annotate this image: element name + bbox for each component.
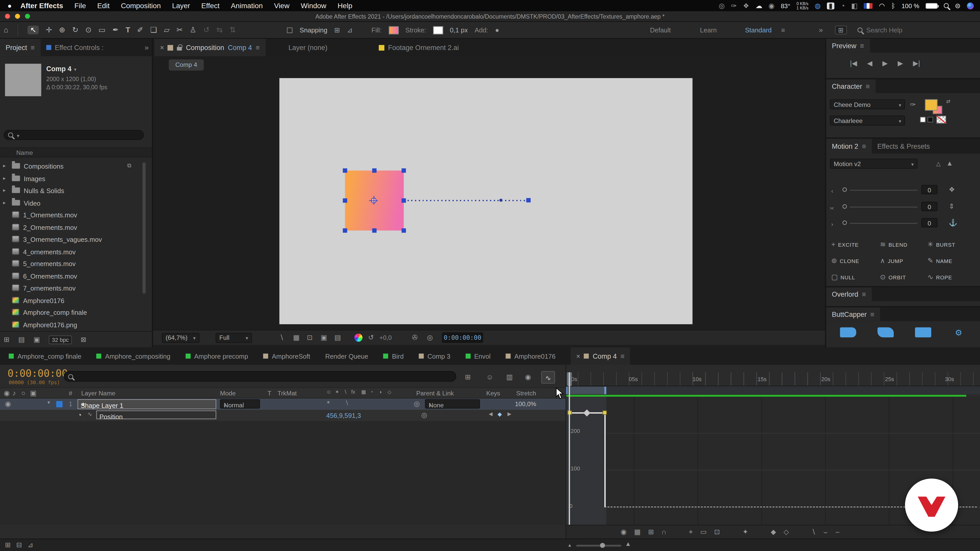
comp-tab-bird[interactable]: Bird [383,348,404,365]
shy-layers-icon[interactable] [486,373,493,380]
blend-mode-dropdown[interactable]: Normal [220,399,260,409]
comp-mini-flowchart-tab[interactable]: Comp 4 [169,59,204,71]
wrench-settings-icon[interactable] [955,329,963,337]
bluetooth-icon[interactable] [891,2,895,9]
comp-tab-amphore-comp-finale[interactable]: Amphore_comp finale [9,348,81,365]
next-keyframe-button[interactable] [508,412,511,417]
home-tool[interactable] [4,26,8,34]
close-tab-icon[interactable] [576,353,580,359]
large-mountain-icon[interactable] [946,160,953,167]
time-ruler[interactable]: 0s 05s 10s 15s 20s 25s 30s [566,372,980,386]
camera-status-icon[interactable] [851,2,858,9]
composition-canvas[interactable] [280,78,693,324]
stroke-width-value[interactable]: 0,1 px [450,26,468,34]
selection-handle[interactable] [401,228,406,233]
stopwatch-icon[interactable] [78,412,82,419]
tab-footage[interactable]: Footage Ornement 2.ai [373,39,465,56]
menu-layer[interactable]: Layer [172,2,190,9]
puppet-pin-tool[interactable] [189,26,196,34]
motion-path-end-handle[interactable] [526,198,531,202]
zoom-tool[interactable] [59,26,65,34]
tab-composition[interactable]: Composition Comp 4 [154,39,266,56]
pen-tool[interactable] [113,26,119,34]
previous-frame-button[interactable] [867,60,873,67]
anchor-point[interactable] [371,198,376,203]
spotlight-search-icon[interactable] [943,3,948,8]
expand-inout-columns-icon[interactable] [5,541,11,548]
input-language-flag-icon[interactable] [864,3,873,8]
keyframe-end[interactable] [603,410,607,415]
add-menu-icon[interactable] [495,27,499,33]
disclosure-icon[interactable]: ▸ [3,163,8,168]
zoom-in-mountain-icon[interactable] [625,541,631,547]
project-item-sequence[interactable]: Amphore0176.png [0,319,141,330]
parent-dropdown[interactable]: None [425,399,480,409]
ease-out-chevron-icon[interactable] [831,222,833,227]
menu-animation[interactable]: Animation [231,2,262,9]
ease-both-chevron-icon[interactable] [830,206,834,211]
layer-name-column-header[interactable]: Layer Name [81,390,115,397]
work-area-track[interactable] [566,387,980,394]
overlord-menu-icon[interactable] [862,291,866,298]
hand-tool[interactable] [46,26,52,34]
text-fill-swatch[interactable] [925,99,937,110]
timeline-empty-area[interactable] [0,421,566,525]
hold-keyframe-icon[interactable] [783,529,789,535]
project-item-sequence[interactable]: Amphore0176 [0,294,141,306]
workspace-learn[interactable]: Learn [700,26,717,34]
current-timecode[interactable]: 0:00:00:00 [7,367,68,380]
stroke-color-swatch[interactable] [433,26,443,34]
rectangle-tool[interactable] [99,26,106,34]
pan-behind-tool[interactable] [85,26,92,34]
index-column-header[interactable]: # [68,390,72,397]
close-tab-icon[interactable] [160,44,164,51]
comp-thumbnail[interactable] [5,64,41,96]
new-comp-icon[interactable] [33,336,40,343]
slider-value[interactable]: 0 [921,218,938,227]
motion-blur-icon[interactable] [525,373,531,380]
stretch-column-header[interactable]: Stretch [516,390,536,397]
temperature-status[interactable]: 83° [781,2,790,9]
previous-keyframe-button[interactable] [489,412,493,417]
position-property-cell[interactable]: Position [96,410,216,419]
playhead-line[interactable] [569,372,570,525]
project-search-field[interactable] [4,130,144,140]
timeline-zoom-handle[interactable] [600,543,605,548]
ease-out-icon[interactable] [835,529,840,535]
orbit-camera-tool[interactable] [203,26,210,34]
project-item-footage[interactable]: 1_Ornements.mov [0,209,141,221]
project-item-sequence[interactable]: Amphore_comp finale [0,306,141,318]
slider-track[interactable] [850,190,918,190]
workspace-bar-icon[interactable] [835,25,847,35]
selection-handle[interactable] [343,198,347,203]
clone-button[interactable]: CLONE [831,257,859,264]
workspace-menu-icon[interactable] [781,27,785,33]
snapshot-camera-icon[interactable] [412,334,418,341]
align-widget-icon[interactable] [949,203,955,210]
mode-column-header[interactable]: Mode [220,390,235,397]
property-graph-icon[interactable] [88,412,92,417]
exposure-value[interactable]: +0,0 [380,334,392,341]
transparency-grid-icon[interactable] [293,334,300,341]
layer-visibility-eye-icon[interactable] [5,400,11,407]
buttcapper-tab[interactable]: ButtCapper [826,307,880,321]
pan-camera-tool[interactable] [216,26,223,34]
slider-knob[interactable] [842,221,847,225]
clock-status-icon[interactable] [841,2,845,9]
bit-depth-button[interactable]: 32 bpc [49,335,72,344]
new-folder-icon[interactable] [18,336,25,343]
trash-icon[interactable] [81,336,86,343]
work-area-bar[interactable] [566,387,606,394]
quality-switch[interactable] [345,400,348,406]
anchor-widget-icon[interactable] [949,186,955,193]
menu-view[interactable]: View [274,2,290,9]
motion-preset-dropdown[interactable]: Motion v2 [830,159,918,168]
collapse-transform-switch[interactable] [326,400,330,406]
frame-blend-icon[interactable] [506,373,513,380]
preview-menu-icon[interactable] [860,42,864,49]
font-style-dropdown[interactable]: Chaarleee [830,116,905,125]
property-row-position[interactable]: Position 456,9,591,3 [0,410,566,421]
docker-status-icon[interactable] [815,2,821,9]
timeline-splitter[interactable] [566,365,566,538]
disclosure-icon[interactable]: ▸ [3,176,8,181]
